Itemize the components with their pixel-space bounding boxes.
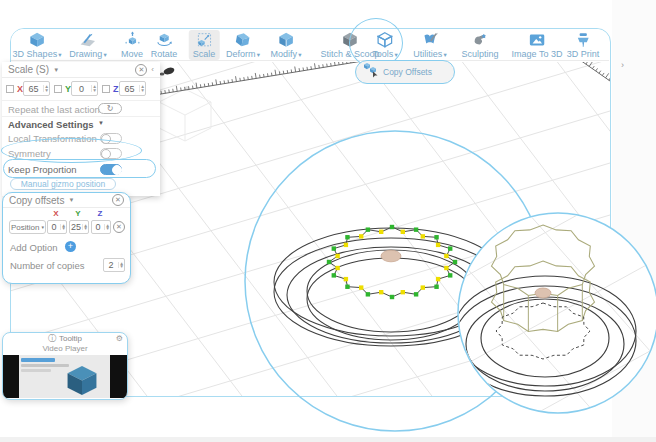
- add-option-label: Add Option: [10, 242, 58, 253]
- toolbar-button-3d-shapes[interactable]: 3D Shapes▾: [13, 30, 62, 60]
- keep-proportion-toggle[interactable]: [100, 164, 122, 175]
- spin-down-icon[interactable]: ▾: [93, 89, 96, 92]
- cube-icon: [27, 31, 46, 49]
- refresh-icon: ↻: [107, 104, 114, 113]
- copy-offsets-panel: Copy offsets ▼ ✕ X Y Z Position ▾ 0 ▴▾ 2…: [2, 192, 131, 284]
- video-mini-row: [21, 369, 51, 372]
- remove-offset-icon[interactable]: ✕: [113, 221, 125, 233]
- repeat-button[interactable]: ↻: [98, 103, 122, 114]
- right-panel-expander[interactable]: ›: [621, 60, 624, 70]
- panel-title: Copy offsets: [9, 195, 64, 206]
- copies-input[interactable]: 2 ▴▾: [103, 258, 125, 272]
- scale-y-input[interactable]: 0 ▴▾: [71, 81, 98, 96]
- toolbar-button-stitch-scoop[interactable]: Stitch & Scoop: [320, 30, 379, 60]
- toolbar-button-tools[interactable]: Tools▾: [372, 30, 397, 60]
- symmetry-toggle[interactable]: [100, 148, 122, 159]
- spin-down-icon[interactable]: ▾: [62, 227, 65, 230]
- toolbar-label: Image To 3D: [512, 50, 563, 59]
- toolbar-label: Stitch & Scoop: [320, 50, 379, 59]
- repeat-row: Repeat the last action ↻: [2, 100, 160, 116]
- toolbar-label: Move: [121, 50, 143, 59]
- advanced-settings-label: Advanced Settings: [8, 119, 94, 130]
- scale-icon: [194, 31, 213, 49]
- modify-icon: [277, 31, 296, 49]
- offset-y-input[interactable]: 25 ▴▾: [69, 220, 89, 234]
- toolbar-label: Deform▾: [226, 50, 260, 59]
- offset-mode-dropdown[interactable]: Position ▾: [9, 220, 46, 234]
- scale-panel-header[interactable]: Scale (S) ▼ ✕ ‹: [2, 62, 160, 78]
- toolbar-button-modify[interactable]: Modify▾: [271, 30, 302, 60]
- panel-collapse-icon[interactable]: ‹: [151, 65, 154, 74]
- drawing-icon: [79, 31, 98, 49]
- toolbar-button-image-to-3d[interactable]: Image To 3D: [512, 30, 563, 60]
- spin-down-icon[interactable]: ▾: [106, 227, 109, 230]
- spin-down-icon[interactable]: ▾: [141, 89, 144, 92]
- offset-columns-row: X Y Z: [3, 209, 130, 219]
- toolbar-button-utilities[interactable]: Utilities▾: [413, 30, 446, 60]
- tools-icon: [376, 31, 395, 49]
- copy-offsets-header[interactable]: Copy offsets ▼ ✕: [3, 193, 130, 208]
- spin-down-icon[interactable]: ▾: [84, 227, 87, 230]
- page-bottom-margin: [0, 437, 656, 442]
- stitch-scoop-icon: [340, 31, 359, 49]
- toolbar-label: Sculpting: [461, 50, 498, 59]
- toolbar-button-scale[interactable]: Scale: [189, 30, 220, 60]
- y-axis-checkbox[interactable]: [54, 85, 62, 93]
- move-icon: [122, 31, 141, 49]
- tooltip-title: Tooltip: [59, 334, 82, 343]
- scale-z-input[interactable]: 65 ▴▾: [119, 81, 146, 96]
- chevron-down-icon: ▼: [68, 197, 74, 203]
- main-toolbar: 3D Shapes▾ Drawing▾ Move Rotate Scale De…: [11, 29, 609, 61]
- 3d-print-icon: [573, 31, 592, 49]
- toolbar-label: Drawing▾: [69, 50, 106, 59]
- local-transformation-toggle[interactable]: [100, 133, 122, 144]
- local-transformation-label: Local Transformation: [8, 133, 97, 144]
- toolbar-label: Modify▾: [271, 50, 302, 59]
- video-cube: [61, 364, 103, 397]
- toolbar-label: Utilities▾: [413, 50, 446, 59]
- symmetry-label: Symmetry: [8, 148, 51, 159]
- scale-panel: Scale (S) ▼ ✕ ‹ X 65 ▴▾ Y 0 ▴▾ Z 65 ▴▾ R…: [2, 62, 160, 196]
- spin-down-icon[interactable]: ▾: [120, 265, 123, 268]
- toolbar-button-move[interactable]: Move: [121, 30, 143, 60]
- utilities-icon: [421, 31, 440, 49]
- sculpting-icon: [471, 31, 490, 49]
- tooltip-video-panel: ⓘ Tooltip ⚙ Video Player: [2, 332, 128, 400]
- chevron-down-icon: ▼: [53, 67, 59, 73]
- copy-offsets-icon: [363, 62, 379, 82]
- offset-x-input[interactable]: 0 ▴▾: [47, 220, 67, 234]
- menu-item-label: Copy Offsets: [383, 67, 432, 77]
- advanced-settings-row[interactable]: Advanced Settings ▼: [2, 116, 160, 131]
- offset-z-input[interactable]: 0 ▴▾: [91, 220, 111, 234]
- rotate-icon: [155, 31, 174, 49]
- repeat-label: Repeat the last action: [8, 104, 100, 115]
- z-axis-label: Z: [113, 84, 119, 94]
- chevron-down-icon: ▾: [41, 224, 44, 230]
- copies-label: Number of copies: [10, 260, 84, 271]
- spin-down-icon[interactable]: ▾: [45, 89, 48, 92]
- deform-icon: [234, 31, 253, 49]
- toolbar-button-3d-print[interactable]: 3D Print: [567, 30, 600, 60]
- gear-icon[interactable]: ⚙: [116, 334, 123, 343]
- toolbar-button-rotate[interactable]: Rotate: [151, 30, 178, 60]
- close-icon[interactable]: ✕: [112, 194, 124, 206]
- tools-menu-item-copy-offsets[interactable]: Copy Offsets: [355, 60, 455, 84]
- toolbar-button-sculpting[interactable]: Sculpting: [461, 30, 498, 60]
- toolbar-button-drawing[interactable]: Drawing▾: [69, 30, 106, 60]
- add-option-row: Add Option +: [3, 239, 130, 255]
- scale-axes-row: X 65 ▴▾ Y 0 ▴▾ Z 65 ▴▾: [2, 78, 160, 100]
- add-option-plus-icon[interactable]: +: [65, 241, 76, 252]
- z-axis-checkbox[interactable]: [102, 85, 110, 93]
- panel-title: Scale (S): [8, 64, 49, 75]
- toolbar-button-deform[interactable]: Deform▾: [226, 30, 260, 60]
- toolbar-label: Tools▾: [372, 50, 397, 59]
- scale-x-input[interactable]: 65 ▴▾: [23, 81, 50, 96]
- video-scene: [19, 355, 110, 398]
- manual-gizmo-button[interactable]: Manual gizmo position: [10, 178, 116, 190]
- gizmo-row: Manual gizmo position: [2, 177, 160, 191]
- close-icon[interactable]: ✕: [135, 64, 147, 76]
- video-thumbnail[interactable]: [3, 355, 127, 398]
- symmetry-row: Symmetry: [2, 146, 160, 161]
- x-axis-checkbox[interactable]: [6, 85, 14, 93]
- chevron-down-icon: ▼: [98, 120, 104, 126]
